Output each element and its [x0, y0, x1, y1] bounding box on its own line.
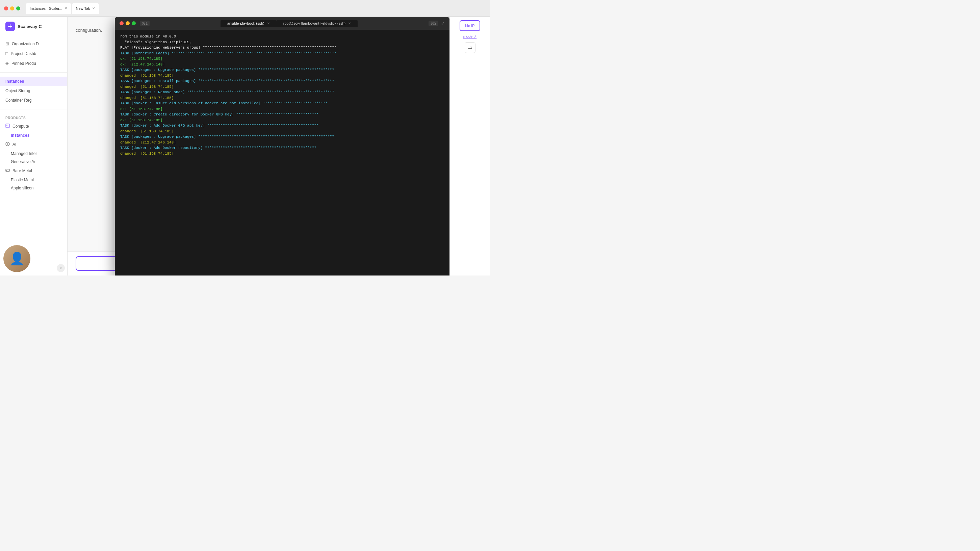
- terminal-line: ok: [51.158.74.185]: [120, 118, 444, 123]
- terminal-line: changed: [51.158.74.185]: [120, 129, 444, 134]
- sidebar-item-label: Instances: [5, 79, 24, 84]
- terminal-expand-icon[interactable]: ⤢: [441, 21, 445, 26]
- browser-traffic-lights: [4, 6, 20, 11]
- org-dashboard-icon: ⊞: [5, 41, 9, 46]
- terminal-line: changed: [51.158.74.185]: [120, 151, 444, 157]
- subitem-label: Elastic Metal: [11, 178, 34, 182]
- sidebar-subitem-generative-ai[interactable]: Generative Ar: [0, 158, 67, 166]
- sidebar-item-label: Object Storag: [5, 89, 30, 93]
- user-avatar-area: 👤: [0, 242, 67, 275]
- terminal-maximize-btn[interactable]: [132, 21, 136, 25]
- sidebar-item-pinned-products[interactable]: ◈ Pinned Produ: [0, 59, 67, 68]
- sidebar-products-section: Products Compute Instances: [0, 111, 67, 195]
- browser-close-btn[interactable]: [4, 6, 8, 11]
- sidebar-collapse-button[interactable]: «: [57, 264, 65, 272]
- browser-tabs: Instances - Scaler... ✕ New Tab ✕: [25, 3, 486, 14]
- sidebar-subitem-elastic-metal[interactable]: Elastic Metal: [0, 176, 67, 184]
- sidebar-subitem-apple-silicon[interactable]: Apple silicon: [0, 184, 67, 192]
- svg-rect-5: [6, 169, 10, 171]
- terminal-kb-shortcut-1: ⌘1: [140, 21, 150, 26]
- mode-link: mode ↗: [463, 35, 477, 39]
- terminal-body[interactable]: rom this module in 48.0.0. "class": algo…: [115, 30, 449, 275]
- terminal-tabs: ansible-playbook (ssh) ✕ root@scw-flambo…: [150, 20, 428, 27]
- terminal-right-controls: ⌘2 ⤢: [428, 21, 445, 26]
- browser-maximize-btn[interactable]: [16, 6, 20, 11]
- avatar: 👤: [3, 245, 30, 272]
- assign-ip-label: ble IP: [460, 20, 480, 31]
- sidebar-divider-2: [0, 109, 67, 110]
- svg-rect-2: [6, 125, 8, 125]
- terminal-line: TASK [packages : Remove snap] **********…: [120, 89, 444, 95]
- browser-minimize-btn[interactable]: [10, 6, 14, 11]
- terminal-tab-2[interactable]: root@scw-flamboyant-keldysh:~ (ssh) ✕: [277, 20, 358, 27]
- terminal-line: TASK [packages : Install packages] *****…: [120, 78, 444, 84]
- subitem-label: Managed Infer: [11, 151, 37, 156]
- terminal-line: changed: [51.158.74.185]: [120, 95, 444, 101]
- svg-rect-1: [6, 124, 10, 128]
- main-layout: Scaleway C ⊞ Organization D □ Project Da…: [0, 17, 490, 275]
- terminal-line: ok: [51.158.74.185]: [120, 56, 444, 62]
- assign-ip-button[interactable]: ble IP: [460, 20, 480, 31]
- sidebar-item-object-storage[interactable]: Object Storag: [0, 86, 67, 95]
- terminal-line: ok: [212.47.246.148]: [120, 62, 444, 68]
- svg-point-4: [7, 143, 8, 145]
- sidebar-subitem-managed-inference[interactable]: Managed Infer: [0, 149, 67, 158]
- avatar-face: 👤: [3, 245, 30, 272]
- tab-label: New Tab: [76, 6, 91, 11]
- terminal-line: TASK [docker : Create directory for Dock…: [120, 112, 444, 118]
- browser-tab-instances[interactable]: Instances - Scaler... ✕: [25, 3, 71, 14]
- sidebar-item-instances[interactable]: Instances: [0, 77, 67, 86]
- products-section-label: Products: [0, 113, 67, 121]
- bare-metal-label: Bare Metal: [13, 168, 32, 173]
- terminal-minimize-btn[interactable]: [126, 21, 130, 25]
- terminal-line: changed: [51.158.74.185]: [120, 84, 444, 90]
- terminal-traffic-lights: ⌘1: [119, 21, 150, 26]
- svg-rect-6: [6, 170, 7, 171]
- sidebar-item-container-registry[interactable]: Container Reg: [0, 95, 67, 105]
- tab-label: Instances - Scaler...: [30, 6, 62, 11]
- terminal-line: TASK [docker : Ensure old versions of Do…: [120, 101, 444, 106]
- ai-label: AI: [13, 142, 16, 147]
- terminal-kb-shortcut-2: ⌘2: [428, 21, 438, 26]
- project-dashboard-icon: □: [5, 51, 8, 56]
- sidebar-divider-1: [0, 72, 67, 73]
- bare-metal-icon: [5, 168, 10, 173]
- content-area: configuration. Create image from Instanc…: [68, 17, 449, 275]
- terminal-line: "class": algorithms.TripleDES,: [120, 40, 444, 45]
- terminal-line: PLAY [Provisioning webservers group] ***…: [120, 45, 444, 51]
- terminal-tab-1-close-icon[interactable]: ✕: [267, 22, 270, 25]
- subitem-label: Generative Ar: [11, 159, 35, 164]
- terminal-tab-2-label: root@scw-flamboyant-keldysh:~ (ssh): [283, 21, 345, 25]
- mode-link-anchor[interactable]: mode ↗: [463, 35, 477, 38]
- terminal-close-btn[interactable]: [119, 21, 124, 25]
- terminal-titlebar: ⌘1 ansible-playbook (ssh) ✕ root@scw-fla…: [115, 17, 449, 30]
- terminal-line: ok: [51.158.74.185]: [120, 106, 444, 112]
- compute-label: Compute: [13, 124, 29, 129]
- link-icon-button[interactable]: ⇄: [465, 42, 476, 53]
- sidebar-item-org-dashboard[interactable]: ⊞ Organization D: [0, 39, 67, 49]
- sidebar-item-label: Organization D: [12, 41, 39, 46]
- terminal-tab-1[interactable]: ansible-playbook (ssh) ✕: [221, 20, 277, 27]
- sidebar-subitem-instances[interactable]: Instances: [0, 131, 67, 140]
- browser-chrome: Instances - Scaler... ✕ New Tab ✕: [0, 0, 490, 17]
- terminal-overlay: ⌘1 ansible-playbook (ssh) ✕ root@scw-fla…: [115, 17, 449, 275]
- sidebar-logo: Scaleway C: [0, 17, 67, 36]
- sidebar-item-project-dashboard[interactable]: □ Project Dashb: [0, 49, 67, 59]
- subitem-label: Apple silicon: [11, 186, 33, 191]
- sidebar-item-compute[interactable]: Compute: [0, 121, 67, 131]
- terminal-line: changed: [212.47.246.148]: [120, 140, 444, 146]
- terminal-line: TASK [packages : Upgrade packages] *****…: [120, 67, 444, 73]
- subitem-label: Instances: [11, 133, 29, 138]
- scaleway-logo-icon: [5, 22, 15, 31]
- sidebar-item-ai[interactable]: AI: [0, 140, 67, 149]
- pinned-products-icon: ◈: [5, 61, 9, 66]
- sidebar-item-label: Container Reg: [5, 98, 32, 103]
- sidebar-item-bare-metal[interactable]: Bare Metal: [0, 166, 67, 176]
- terminal-line: TASK [Gathering Facts] *****************…: [120, 51, 444, 56]
- sidebar: Scaleway C ⊞ Organization D □ Project Da…: [0, 17, 68, 275]
- browser-tab-new[interactable]: New Tab ✕: [72, 3, 99, 14]
- tab-close-icon[interactable]: ✕: [65, 6, 67, 10]
- tab-close-icon[interactable]: ✕: [92, 6, 95, 10]
- terminal-line: rom this module in 48.0.0.: [120, 34, 444, 40]
- terminal-tab-2-close-icon[interactable]: ✕: [348, 22, 351, 25]
